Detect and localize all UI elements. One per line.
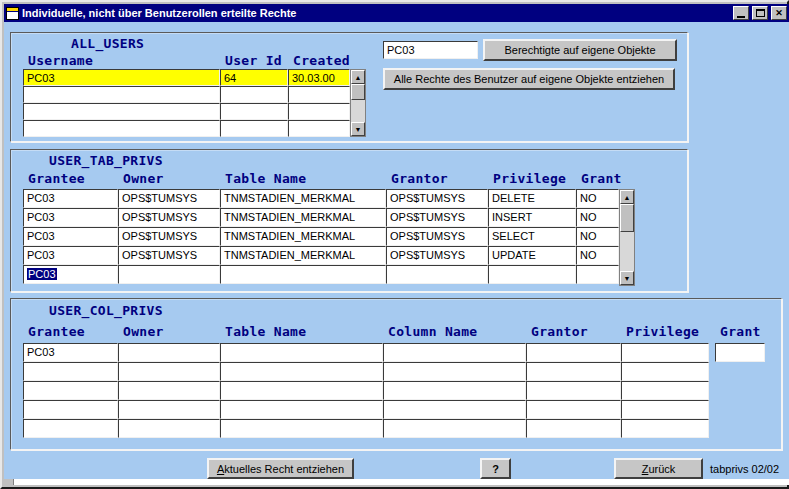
- col-privs-cell-grantor[interactable]: [526, 381, 621, 400]
- col-privs-cell-privilege[interactable]: [621, 381, 709, 400]
- scrollbar-thumb[interactable]: [620, 204, 634, 232]
- tab-privs-cell-table[interactable]: TNMSTADIEN_MERKMAL: [220, 227, 386, 246]
- all-users-scrollbar[interactable]: ▲ ▼: [350, 69, 366, 137]
- tab-privs-cell-owner[interactable]: OPS$TUMSYS: [118, 208, 220, 227]
- tab-privs-cell-table[interactable]: TNMSTADIEN_MERKMAL: [220, 246, 386, 265]
- tab-privs-cell-grant[interactable]: NO: [576, 246, 619, 265]
- col-privs-cell-owner[interactable]: [118, 381, 220, 400]
- tab-privs-cell-privilege[interactable]: SELECT: [488, 227, 576, 246]
- tab-privs-cell-owner[interactable]: OPS$TUMSYS: [118, 246, 220, 265]
- col-privs-cell-owner[interactable]: [118, 400, 220, 419]
- tab-privs-cell-privilege[interactable]: UPDATE: [488, 246, 576, 265]
- col-privs-cell-owner[interactable]: [118, 419, 220, 438]
- tab-privs-cell-grant[interactable]: NO: [576, 208, 619, 227]
- scroll-up-button[interactable]: ▲: [351, 70, 365, 84]
- col-privs-cell-owner[interactable]: [118, 343, 220, 362]
- tab-privs-cell-grantor[interactable]: OPS$TUMSYS: [386, 227, 488, 246]
- col-privs-cell-grantor[interactable]: [526, 400, 621, 419]
- all-users-cell-user-id[interactable]: [220, 103, 288, 120]
- col-privs-cell-privilege[interactable]: [621, 362, 709, 381]
- col-privs-cell-column[interactable]: [383, 362, 526, 381]
- scrollbar-thumb[interactable]: [351, 84, 365, 100]
- close-button[interactable]: ✕: [771, 6, 787, 20]
- tab-privs-cell-grantor[interactable]: OPS$TUMSYS: [386, 189, 488, 208]
- application-icon: [6, 7, 19, 20]
- grantees-own-objects-button[interactable]: Berechtigte auf eigene Objekte: [483, 39, 677, 61]
- username-input[interactable]: [383, 41, 478, 59]
- user-tab-privs-header-row: Grantee Owner Table Name Grantor Privile…: [23, 171, 619, 186]
- tab-privs-cell-grantor[interactable]: OPS$TUMSYS: [386, 246, 488, 265]
- tab-privs-cell-grantor[interactable]: [386, 265, 488, 284]
- scroll-down-button[interactable]: ▼: [620, 271, 634, 285]
- col-privs-cell-grantee[interactable]: [23, 381, 118, 400]
- col-privs-cell-grantee[interactable]: [23, 419, 118, 438]
- col-privs-cell-grantor[interactable]: [526, 362, 621, 381]
- all-users-cell-user-id[interactable]: [220, 86, 288, 103]
- col-privs-cell-privilege[interactable]: [621, 419, 709, 438]
- tab-privs-cell-owner[interactable]: OPS$TUMSYS: [118, 189, 220, 208]
- all-users-cell-user-id[interactable]: 64: [220, 69, 288, 86]
- col-privs-cell-table[interactable]: [220, 381, 383, 400]
- tab-privs-cell-privilege[interactable]: DELETE: [488, 189, 576, 208]
- maximize-button[interactable]: [752, 6, 768, 20]
- tab-privs-cell-grant[interactable]: NO: [576, 189, 619, 208]
- tab-privs-cell-owner[interactable]: [118, 265, 220, 284]
- tab-privs-cell-owner[interactable]: OPS$TUMSYS: [118, 227, 220, 246]
- tab-privs-cell-grantee-selected[interactable]: PC03: [23, 265, 118, 284]
- all-users-cell-created[interactable]: [288, 103, 350, 120]
- col-privs-cell-column[interactable]: [383, 400, 526, 419]
- minimize-button[interactable]: [733, 6, 749, 20]
- all-users-cell-user-id[interactable]: [220, 120, 288, 137]
- scrollbar-track[interactable]: [351, 100, 365, 122]
- col-privs-cell-privilege[interactable]: [621, 400, 709, 419]
- tab-privs-cell-grantee[interactable]: PC03: [23, 189, 118, 208]
- all-users-cell-created[interactable]: 30.03.00: [288, 69, 350, 86]
- table-row: PC03 64 30.03.00: [23, 69, 350, 86]
- col-privs-cell-grantee[interactable]: PC03: [23, 343, 118, 362]
- all-users-cell-username[interactable]: [23, 86, 220, 103]
- tab-privs-cell-grantor[interactable]: OPS$TUMSYS: [386, 208, 488, 227]
- col-privs-cell-table[interactable]: [220, 343, 383, 362]
- tab-privs-cell-table[interactable]: [220, 265, 386, 284]
- user-tab-privs-groupbox: USER_TAB_PRIVS Grantee Owner Table Name …: [10, 149, 688, 292]
- all-users-cell-username[interactable]: [23, 103, 220, 120]
- user-tab-privs-scrollbar[interactable]: ▲ ▼: [619, 189, 635, 286]
- col-privs-cell-column[interactable]: [383, 343, 526, 362]
- all-users-cell-username[interactable]: [23, 120, 220, 137]
- revoke-current-right-button[interactable]: Aktuelles Recht entziehen: [207, 458, 354, 479]
- all-users-cell-created[interactable]: [288, 120, 350, 137]
- tab-privs-cell-privilege[interactable]: INSERT: [488, 208, 576, 227]
- col-privs-cell-privilege[interactable]: [621, 343, 709, 362]
- col-privs-cell-grant[interactable]: [715, 343, 765, 362]
- col-privs-cell-grantor[interactable]: [526, 419, 621, 438]
- resize-grip[interactable]: [4, 479, 14, 485]
- tab-privs-cell-table[interactable]: TNMSTADIEN_MERKMAL: [220, 189, 386, 208]
- col-privs-cell-column[interactable]: [383, 381, 526, 400]
- col-privs-cell-grantee[interactable]: [23, 362, 118, 381]
- table-row: PC03: [23, 265, 619, 284]
- col-privs-cell-column[interactable]: [383, 419, 526, 438]
- title-bar[interactable]: Individuelle, nicht über Benutzerollen e…: [4, 4, 789, 22]
- tab-privs-cell-grantee[interactable]: PC03: [23, 227, 118, 246]
- tab-privs-cell-grant[interactable]: NO: [576, 227, 619, 246]
- col-privs-cell-grantor[interactable]: [526, 343, 621, 362]
- tab-privs-cell-grantee[interactable]: PC03: [23, 208, 118, 227]
- back-button[interactable]: Zurück: [614, 458, 703, 479]
- col-privs-cell-table[interactable]: [220, 362, 383, 381]
- col-privs-cell-owner[interactable]: [118, 362, 220, 381]
- help-button[interactable]: ?: [480, 458, 511, 479]
- tab-privs-cell-grant[interactable]: [576, 265, 619, 284]
- col-privs-cell-grantee[interactable]: [23, 400, 118, 419]
- scroll-down-button[interactable]: ▼: [351, 122, 365, 136]
- all-users-cell-created[interactable]: [288, 86, 350, 103]
- col-privs-cell-table[interactable]: [220, 419, 383, 438]
- tab-privs-cell-grantee[interactable]: PC03: [23, 246, 118, 265]
- tab-privs-cell-privilege[interactable]: [488, 265, 576, 284]
- tab-privs-cell-table[interactable]: TNMSTADIEN_MERKMAL: [220, 208, 386, 227]
- user-tab-privs-table: PC03 OPS$TUMSYS TNMSTADIEN_MERKMAL OPS$T…: [23, 189, 619, 284]
- scrollbar-track[interactable]: [620, 232, 634, 271]
- col-privs-cell-table[interactable]: [220, 400, 383, 419]
- all-users-cell-username[interactable]: PC03: [23, 69, 220, 86]
- scroll-up-button[interactable]: ▲: [620, 190, 634, 204]
- revoke-all-rights-button[interactable]: Alle Rechte des Benutzer auf eigene Obje…: [383, 68, 675, 90]
